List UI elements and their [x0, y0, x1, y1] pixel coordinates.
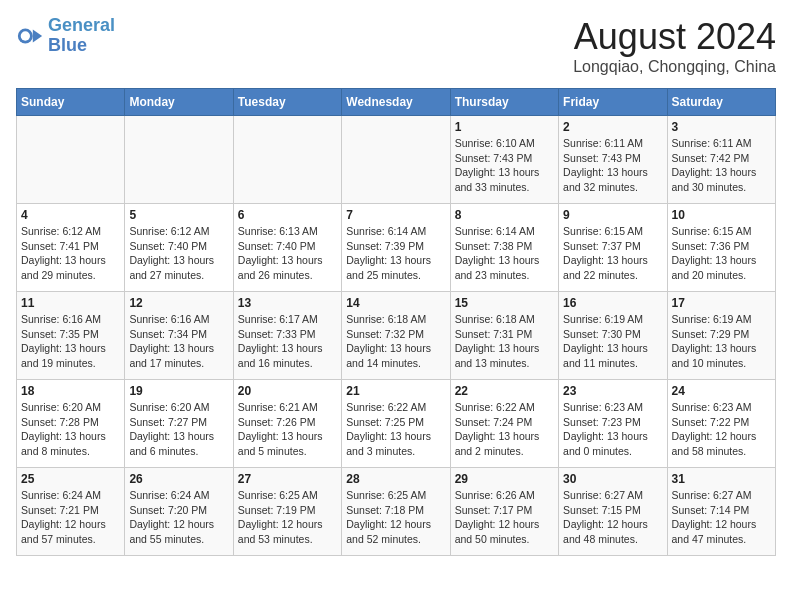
day-cell: 25Sunrise: 6:24 AMSunset: 7:21 PMDayligh… — [17, 468, 125, 556]
day-cell: 10Sunrise: 6:15 AMSunset: 7:36 PMDayligh… — [667, 204, 775, 292]
day-cell: 18Sunrise: 6:20 AMSunset: 7:28 PMDayligh… — [17, 380, 125, 468]
logo-icon — [16, 22, 44, 50]
day-cell: 5Sunrise: 6:12 AMSunset: 7:40 PMDaylight… — [125, 204, 233, 292]
day-number: 11 — [21, 296, 120, 310]
day-number: 5 — [129, 208, 228, 222]
day-info: Sunrise: 6:25 AMSunset: 7:18 PMDaylight:… — [346, 488, 445, 547]
day-number: 29 — [455, 472, 554, 486]
day-number: 10 — [672, 208, 771, 222]
day-cell: 16Sunrise: 6:19 AMSunset: 7:30 PMDayligh… — [559, 292, 667, 380]
day-info: Sunrise: 6:15 AMSunset: 7:37 PMDaylight:… — [563, 224, 662, 283]
day-cell: 19Sunrise: 6:20 AMSunset: 7:27 PMDayligh… — [125, 380, 233, 468]
day-cell: 4Sunrise: 6:12 AMSunset: 7:41 PMDaylight… — [17, 204, 125, 292]
day-info: Sunrise: 6:14 AMSunset: 7:38 PMDaylight:… — [455, 224, 554, 283]
day-cell: 26Sunrise: 6:24 AMSunset: 7:20 PMDayligh… — [125, 468, 233, 556]
day-number: 19 — [129, 384, 228, 398]
day-info: Sunrise: 6:15 AMSunset: 7:36 PMDaylight:… — [672, 224, 771, 283]
day-number: 1 — [455, 120, 554, 134]
day-number: 17 — [672, 296, 771, 310]
day-number: 4 — [21, 208, 120, 222]
day-number: 8 — [455, 208, 554, 222]
day-number: 14 — [346, 296, 445, 310]
day-info: Sunrise: 6:22 AMSunset: 7:24 PMDaylight:… — [455, 400, 554, 459]
day-number: 15 — [455, 296, 554, 310]
day-number: 18 — [21, 384, 120, 398]
day-number: 20 — [238, 384, 337, 398]
day-number: 9 — [563, 208, 662, 222]
page-header: General Blue August 2024 Longqiao, Chong… — [16, 16, 776, 76]
week-row-4: 18Sunrise: 6:20 AMSunset: 7:28 PMDayligh… — [17, 380, 776, 468]
day-cell: 28Sunrise: 6:25 AMSunset: 7:18 PMDayligh… — [342, 468, 450, 556]
day-cell: 27Sunrise: 6:25 AMSunset: 7:19 PMDayligh… — [233, 468, 341, 556]
day-number: 26 — [129, 472, 228, 486]
day-info: Sunrise: 6:23 AMSunset: 7:22 PMDaylight:… — [672, 400, 771, 459]
day-info: Sunrise: 6:25 AMSunset: 7:19 PMDaylight:… — [238, 488, 337, 547]
day-number: 27 — [238, 472, 337, 486]
page-subtitle: Longqiao, Chongqing, China — [573, 58, 776, 76]
day-cell — [125, 116, 233, 204]
day-info: Sunrise: 6:19 AMSunset: 7:29 PMDaylight:… — [672, 312, 771, 371]
day-number: 7 — [346, 208, 445, 222]
day-info: Sunrise: 6:12 AMSunset: 7:41 PMDaylight:… — [21, 224, 120, 283]
day-number: 28 — [346, 472, 445, 486]
calendar-body: 1Sunrise: 6:10 AMSunset: 7:43 PMDaylight… — [17, 116, 776, 556]
day-cell — [233, 116, 341, 204]
header-cell-sunday: Sunday — [17, 89, 125, 116]
day-cell: 7Sunrise: 6:14 AMSunset: 7:39 PMDaylight… — [342, 204, 450, 292]
header-cell-thursday: Thursday — [450, 89, 558, 116]
logo: General Blue — [16, 16, 115, 56]
day-info: Sunrise: 6:27 AMSunset: 7:15 PMDaylight:… — [563, 488, 662, 547]
day-info: Sunrise: 6:19 AMSunset: 7:30 PMDaylight:… — [563, 312, 662, 371]
day-cell: 3Sunrise: 6:11 AMSunset: 7:42 PMDaylight… — [667, 116, 775, 204]
day-number: 16 — [563, 296, 662, 310]
header-cell-tuesday: Tuesday — [233, 89, 341, 116]
day-info: Sunrise: 6:11 AMSunset: 7:43 PMDaylight:… — [563, 136, 662, 195]
day-info: Sunrise: 6:21 AMSunset: 7:26 PMDaylight:… — [238, 400, 337, 459]
day-cell: 9Sunrise: 6:15 AMSunset: 7:37 PMDaylight… — [559, 204, 667, 292]
svg-marker-1 — [33, 29, 42, 42]
day-cell: 24Sunrise: 6:23 AMSunset: 7:22 PMDayligh… — [667, 380, 775, 468]
day-number: 6 — [238, 208, 337, 222]
logo-line2: Blue — [48, 35, 87, 55]
day-cell: 17Sunrise: 6:19 AMSunset: 7:29 PMDayligh… — [667, 292, 775, 380]
day-info: Sunrise: 6:13 AMSunset: 7:40 PMDaylight:… — [238, 224, 337, 283]
day-number: 24 — [672, 384, 771, 398]
logo-line1: General — [48, 15, 115, 35]
day-number: 31 — [672, 472, 771, 486]
calendar-header: SundayMondayTuesdayWednesdayThursdayFrid… — [17, 89, 776, 116]
day-cell: 21Sunrise: 6:22 AMSunset: 7:25 PMDayligh… — [342, 380, 450, 468]
day-info: Sunrise: 6:14 AMSunset: 7:39 PMDaylight:… — [346, 224, 445, 283]
header-row: SundayMondayTuesdayWednesdayThursdayFrid… — [17, 89, 776, 116]
day-number: 23 — [563, 384, 662, 398]
day-info: Sunrise: 6:22 AMSunset: 7:25 PMDaylight:… — [346, 400, 445, 459]
day-cell — [17, 116, 125, 204]
header-cell-saturday: Saturday — [667, 89, 775, 116]
day-cell: 2Sunrise: 6:11 AMSunset: 7:43 PMDaylight… — [559, 116, 667, 204]
day-number: 22 — [455, 384, 554, 398]
header-cell-wednesday: Wednesday — [342, 89, 450, 116]
day-info: Sunrise: 6:24 AMSunset: 7:21 PMDaylight:… — [21, 488, 120, 547]
day-info: Sunrise: 6:10 AMSunset: 7:43 PMDaylight:… — [455, 136, 554, 195]
day-cell — [342, 116, 450, 204]
day-cell: 22Sunrise: 6:22 AMSunset: 7:24 PMDayligh… — [450, 380, 558, 468]
day-cell: 14Sunrise: 6:18 AMSunset: 7:32 PMDayligh… — [342, 292, 450, 380]
day-info: Sunrise: 6:17 AMSunset: 7:33 PMDaylight:… — [238, 312, 337, 371]
week-row-2: 4Sunrise: 6:12 AMSunset: 7:41 PMDaylight… — [17, 204, 776, 292]
day-info: Sunrise: 6:27 AMSunset: 7:14 PMDaylight:… — [672, 488, 771, 547]
day-number: 2 — [563, 120, 662, 134]
calendar-table: SundayMondayTuesdayWednesdayThursdayFrid… — [16, 88, 776, 556]
day-number: 12 — [129, 296, 228, 310]
day-cell: 23Sunrise: 6:23 AMSunset: 7:23 PMDayligh… — [559, 380, 667, 468]
day-info: Sunrise: 6:12 AMSunset: 7:40 PMDaylight:… — [129, 224, 228, 283]
day-cell: 11Sunrise: 6:16 AMSunset: 7:35 PMDayligh… — [17, 292, 125, 380]
day-number: 3 — [672, 120, 771, 134]
day-info: Sunrise: 6:24 AMSunset: 7:20 PMDaylight:… — [129, 488, 228, 547]
day-number: 13 — [238, 296, 337, 310]
day-info: Sunrise: 6:23 AMSunset: 7:23 PMDaylight:… — [563, 400, 662, 459]
day-cell: 20Sunrise: 6:21 AMSunset: 7:26 PMDayligh… — [233, 380, 341, 468]
day-number: 25 — [21, 472, 120, 486]
day-cell: 6Sunrise: 6:13 AMSunset: 7:40 PMDaylight… — [233, 204, 341, 292]
week-row-3: 11Sunrise: 6:16 AMSunset: 7:35 PMDayligh… — [17, 292, 776, 380]
week-row-5: 25Sunrise: 6:24 AMSunset: 7:21 PMDayligh… — [17, 468, 776, 556]
logo-text: General Blue — [48, 16, 115, 56]
